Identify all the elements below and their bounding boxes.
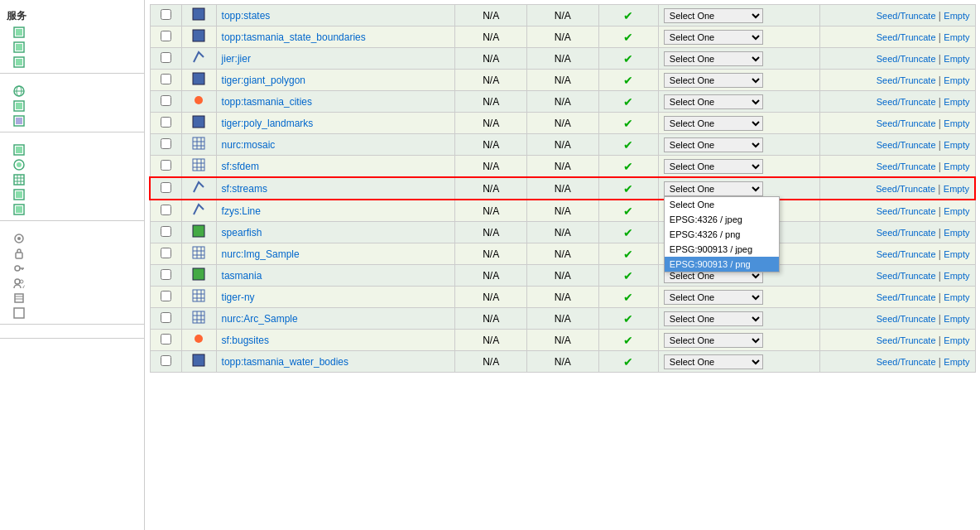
layer-name-link[interactable]: spearfish [222,227,262,238]
empty-link[interactable]: Empty [944,75,969,85]
layer-name-link[interactable]: sf:bugsites [222,335,269,346]
layer-name-link[interactable]: sf:streams [222,183,267,195]
row-checkbox[interactable] [161,205,171,215]
sidebar-item-settings[interactable] [0,231,144,246]
grid-select[interactable]: Select OneEPSG:4326 / jpegEPSG:4326 / pn… [664,94,763,109]
layer-name-link[interactable]: sf:sfdem [222,161,259,172]
seed-truncate-link[interactable]: Seed/Truncate [877,11,936,21]
sidebar-item-passwords[interactable] [0,261,144,276]
sidebar-item-jai[interactable] [0,99,144,113]
seed-truncate-link[interactable]: Seed/Truncate [877,206,936,216]
seed-truncate-link[interactable]: Seed/Truncate [877,140,936,150]
dropdown-option[interactable]: EPSG:4326 / jpeg [665,212,779,227]
seed-truncate-link[interactable]: Seed/Truncate [877,249,936,259]
empty-link[interactable]: Empty [944,184,969,194]
grid-select[interactable]: Select OneEPSG:4326 / jpegEPSG:4326 / pn… [664,116,763,131]
row-checkbox[interactable] [161,334,171,344]
grid-select[interactable]: Select OneEPSG:4326 / jpegEPSG:4326 / pn… [664,159,763,174]
seed-truncate-link[interactable]: Seed/Truncate [877,357,936,367]
sidebar-item-wfs[interactable] [0,40,144,55]
layer-name-link[interactable]: tiger-ny [222,292,255,303]
layer-name-link[interactable]: fzys:Line [222,205,261,217]
sidebar-item-wcs[interactable] [0,25,144,40]
sidebar-item-users-groups-roles[interactable] [0,276,144,291]
grid-select[interactable]: Select OneEPSG:4326 / jpegEPSG:4326 / pn… [664,137,763,152]
layer-name-link[interactable]: nurc:Img_Sample [222,248,300,260]
empty-link[interactable]: Empty [944,314,969,324]
empty-link[interactable]: Empty [944,54,969,64]
row-checkbox[interactable] [161,160,171,171]
empty-link[interactable]: Empty [944,335,969,345]
layer-name-link[interactable]: tasmania [222,270,262,282]
sidebar-item-global[interactable] [0,84,144,99]
layer-name-link[interactable]: tiger:giant_polygon [222,75,305,86]
layer-name-link[interactable]: topp:tasmania_state_boundaries [222,31,366,43]
dropdown-option[interactable]: EPSG:900913 / jpeg [665,242,779,257]
sidebar-item-coverage[interactable] [0,113,144,128]
seed-truncate-link[interactable]: Seed/Truncate [877,32,936,42]
row-checkbox[interactable] [161,95,171,106]
sidebar-item-gridsets[interactable] [0,172,144,187]
row-checkbox[interactable] [161,74,171,84]
layer-name-link[interactable]: topp:tasmania_water_bodies [222,356,348,368]
sidebar-item-authentication[interactable] [0,246,144,261]
seed-truncate-link[interactable]: Seed/Truncate [877,161,936,171]
empty-link[interactable]: Empty [944,97,969,107]
row-checkbox[interactable] [161,182,171,193]
seed-truncate-link[interactable]: Seed/Truncate [877,271,936,281]
empty-link[interactable]: Empty [944,206,969,216]
row-checkbox[interactable] [161,355,171,366]
sidebar-item-disk-quota[interactable] [0,187,144,202]
seed-truncate-link[interactable]: Seed/Truncate [877,97,936,107]
empty-link[interactable]: Empty [944,249,969,259]
grid-select[interactable]: Select OneEPSG:4326 / jpegEPSG:4326 / pn… [664,30,763,45]
grid-select[interactable]: Select OneEPSG:4326 / jpegEPSG:4326 / pn… [664,51,763,66]
empty-link[interactable]: Empty [944,271,969,281]
seed-truncate-link[interactable]: Seed/Truncate [877,292,936,302]
empty-link[interactable]: Empty [944,11,969,21]
empty-link[interactable]: Empty [944,292,969,302]
seed-truncate-link[interactable]: Seed/Truncate [877,335,936,345]
grid-select[interactable]: Select OneEPSG:4326 / jpegEPSG:4326 / pn… [664,73,763,88]
row-checkbox[interactable] [161,117,171,128]
sidebar-item-data[interactable] [0,291,144,306]
layer-name-link[interactable]: topp:tasmania_cities [222,96,312,108]
empty-link[interactable]: Empty [944,161,969,171]
row-checkbox[interactable] [161,52,171,63]
row-checkbox[interactable] [161,291,171,301]
row-checkbox[interactable] [161,248,171,258]
row-checkbox[interactable] [161,269,171,280]
seed-truncate-link[interactable]: Seed/Truncate [877,118,936,128]
sidebar-item-wms[interactable] [0,55,144,70]
row-checkbox[interactable] [161,226,171,237]
dropdown-option[interactable]: EPSG:900913 / png [665,257,779,272]
empty-link[interactable]: Empty [944,118,969,128]
layer-name-link[interactable]: tiger:poly_landmarks [222,118,314,129]
dropdown-option[interactable]: Select One [665,197,779,212]
layer-name-link[interactable]: nurc:mosaic [222,139,276,151]
empty-link[interactable]: Empty [944,140,969,150]
grid-select[interactable]: Select OneEPSG:4326 / jpegEPSG:4326 / pn… [664,333,763,348]
empty-link[interactable]: Empty [944,357,969,367]
grid-select[interactable]: Select One [664,181,763,196]
sidebar-item-blobstores[interactable] [0,202,144,217]
seed-truncate-link[interactable]: Seed/Truncate [876,184,935,194]
layer-name-link[interactable]: topp:states [222,10,271,22]
seed-truncate-link[interactable]: Seed/Truncate [877,314,936,324]
grid-select[interactable]: Select OneEPSG:4326 / jpegEPSG:4326 / pn… [664,311,763,326]
row-checkbox[interactable] [161,138,171,149]
grid-select[interactable]: Select OneEPSG:4326 / jpegEPSG:4326 / pn… [664,290,763,305]
layer-name-link[interactable]: nurc:Arc_Sample [222,313,298,325]
grid-select[interactable]: Select OneEPSG:4326 / jpegEPSG:4326 / pn… [664,8,763,23]
dropdown-option[interactable]: EPSG:4326 / png [665,227,779,242]
row-checkbox[interactable] [161,312,171,323]
seed-truncate-link[interactable]: Seed/Truncate [877,54,936,64]
sidebar-item-caching-defaults[interactable] [0,157,144,172]
empty-link[interactable]: Empty [944,228,969,238]
row-checkbox[interactable] [161,31,171,41]
row-checkbox[interactable] [161,9,171,20]
sidebar-item-tile-layers[interactable] [0,142,144,157]
sidebar-item-services[interactable] [0,306,144,320]
seed-truncate-link[interactable]: Seed/Truncate [877,228,936,238]
grid-select[interactable]: Select OneEPSG:4326 / jpegEPSG:4326 / pn… [664,354,763,369]
